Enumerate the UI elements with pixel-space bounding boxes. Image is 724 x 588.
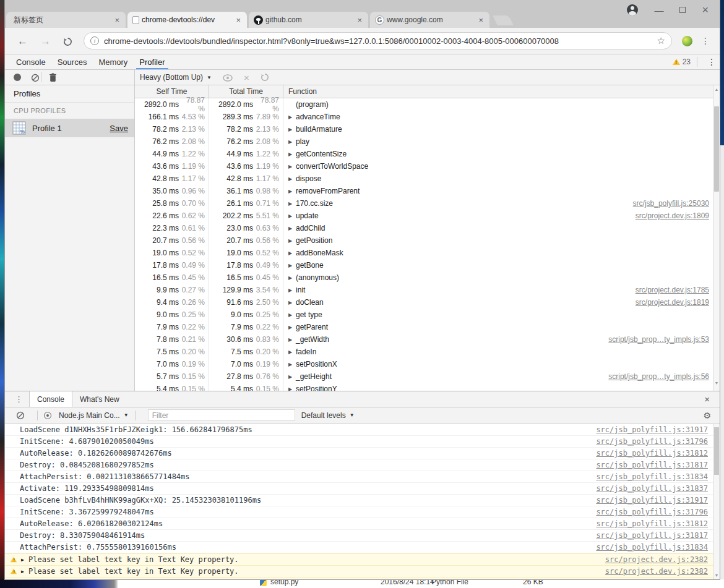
expand-arrow-icon[interactable]: ▶ <box>288 151 296 157</box>
back-icon[interactable]: ← <box>11 36 34 46</box>
source-link[interactable]: src/project.dev.js:1819 <box>632 296 709 309</box>
explorer-file-name[interactable]: setup.py <box>270 579 298 586</box>
expand-arrow-icon[interactable]: ▶ <box>288 386 296 391</box>
tab-close-icon[interactable]: × <box>113 15 121 25</box>
table-row[interactable]: 7.5 ms0.20 %7.5 ms0.20 %▶fadeIn <box>135 346 713 358</box>
table-row[interactable]: 2892.0 ms78.87 %2892.0 ms78.87 %(program… <box>135 98 713 111</box>
expand-arrow-icon[interactable]: ▶ <box>288 213 296 219</box>
bookmark-star-icon[interactable]: ☆ <box>657 35 665 46</box>
table-row[interactable]: 9.0 ms0.25 %9.0 ms0.25 %▶get type <box>135 309 713 321</box>
console-warning-row[interactable]: ▶Please set label text key in Text Key p… <box>5 565 713 577</box>
source-link[interactable]: src/project.dev.js:2382 <box>605 555 708 564</box>
filter-input[interactable] <box>148 409 295 421</box>
save-link[interactable]: Save <box>110 124 128 133</box>
source-link[interactable]: src/jsb_polyfill.js:31812 <box>596 449 708 458</box>
console-message-row[interactable]: InitScene: 3.367259979248047mssrc/jsb_po… <box>5 506 713 518</box>
drawer-tab-console[interactable]: Console <box>29 391 72 407</box>
source-link[interactable]: src/jsb_polyfill.js:31817 <box>596 461 708 469</box>
console-warning-row[interactable]: ▶Please set label text key in Text Key p… <box>5 577 713 579</box>
clear-profiles-icon[interactable] <box>31 72 40 83</box>
scrollbar-thumb[interactable] <box>714 106 719 192</box>
page-info-icon[interactable]: i <box>90 36 99 45</box>
tab-devtools[interactable]: chrome-devtools://dev × <box>127 12 247 28</box>
tab-new-tab-page[interactable]: 新标签页 × <box>6 12 126 28</box>
exclude-icon[interactable]: × <box>244 72 249 83</box>
tab-sources[interactable]: Sources <box>57 54 88 69</box>
table-row[interactable]: 7.9 ms0.22 %7.9 ms0.22 %▶getParent <box>135 321 713 333</box>
expand-arrow-icon[interactable]: ▶ <box>21 557 28 563</box>
drawer-menu-icon[interactable]: ⋮ <box>5 391 29 407</box>
console-message-row[interactable]: LoadScene b3hfLvB4hHNK99agGKx+XQ: 25.145… <box>5 495 713 506</box>
expand-arrow-icon[interactable]: ▶ <box>288 288 296 293</box>
tab-google[interactable]: G www.google.com × <box>370 12 489 28</box>
console-message-row[interactable]: Destroy: 8.330759048461914mssrc/jsb_poly… <box>5 530 713 542</box>
expand-arrow-icon[interactable]: ▶ <box>288 349 296 355</box>
expand-arrow-icon[interactable]: ▶ <box>288 325 296 330</box>
table-row[interactable]: 43.6 ms1.19 %43.6 ms1.19 %▶convertToWorl… <box>135 160 713 173</box>
table-row[interactable]: 22.6 ms0.62 %202.2 ms5.51 %▶updatesrc/pr… <box>135 210 713 222</box>
expand-arrow-icon[interactable]: ▶ <box>288 374 296 380</box>
source-link[interactable]: script/jsb_prop…ty_impls.js:53 <box>605 333 709 346</box>
log-levels-dropdown[interactable]: Default levels ▼ <box>301 411 355 420</box>
source-link[interactable]: src/jsb_polyfill.js:31837 <box>596 484 708 493</box>
address-bar[interactable]: i chrome-devtools://devtools/bundled/ins… <box>84 32 672 49</box>
table-row[interactable]: 5.7 ms0.15 %27.8 ms0.76 %▶_getHeightscri… <box>135 370 713 383</box>
source-link[interactable]: src/project.dev.js:2382 <box>605 579 708 579</box>
console-message-row[interactable]: Activate: 119.29335498809814mssrc/jsb_po… <box>5 483 713 495</box>
source-link[interactable]: src/project.dev.js:1785 <box>632 284 709 296</box>
drawer-tab-whats-new[interactable]: What's New <box>72 391 127 407</box>
profile-icon[interactable] <box>627 4 638 15</box>
expand-arrow-icon[interactable]: ▶ <box>288 275 296 281</box>
source-link[interactable]: src/jsb_polyfill.js:31796 <box>596 508 708 516</box>
scrollbar-thumb[interactable] <box>714 427 719 475</box>
table-row[interactable]: 76.2 ms2.08 %76.2 ms2.08 %▶play <box>135 135 713 148</box>
column-header-function[interactable]: Function <box>283 85 713 98</box>
scroll-up-icon[interactable]: ▲ <box>713 87 720 92</box>
console-warning-row[interactable]: ▶Please set label text key in Text Key p… <box>5 553 713 565</box>
devtools-menu-icon[interactable]: ⋮ <box>704 57 720 67</box>
table-row[interactable]: 35.0 ms0.96 %36.1 ms0.98 %▶removeFromPar… <box>135 185 713 197</box>
console-scrollbar[interactable]: ▼ <box>713 424 720 579</box>
table-row[interactable]: 25.8 ms0.70 %26.1 ms0.71 %▶170.cc.sizesr… <box>135 197 713 210</box>
source-link[interactable]: src/project.dev.js:2382 <box>605 567 708 576</box>
console-message-row[interactable]: Destroy: 0.08452081680297852mssrc/jsb_po… <box>5 459 713 471</box>
expand-arrow-icon[interactable]: ▶ <box>288 238 296 244</box>
console-message-row[interactable]: AutoRelease: 6.020618200302124mssrc/jsb_… <box>5 518 713 530</box>
expand-arrow-icon[interactable]: ▶ <box>288 250 296 256</box>
record-icon[interactable] <box>14 74 21 81</box>
expand-arrow-icon[interactable]: ▶ <box>288 300 296 305</box>
table-row[interactable]: 42.8 ms1.17 %42.8 ms1.17 %▶dispose <box>135 173 713 185</box>
close-drawer-icon[interactable]: × <box>694 391 720 407</box>
tab-close-icon[interactable]: × <box>356 15 363 25</box>
expand-arrow-icon[interactable]: ▶ <box>288 226 296 231</box>
expand-arrow-icon[interactable]: ▶ <box>288 201 296 207</box>
source-link[interactable]: src/jsb_polyfill.js:31796 <box>596 437 708 446</box>
source-link[interactable]: script/jsb_prop…ty_impls.js:56 <box>605 370 709 383</box>
table-row[interactable]: 17.8 ms0.49 %17.8 ms0.49 %▶getBone <box>135 259 713 271</box>
expand-arrow-icon[interactable]: ▶ <box>288 189 296 194</box>
view-mode-dropdown[interactable]: Heavy (Bottom Up) ▼ <box>140 73 212 82</box>
forward-icon[interactable]: → <box>34 36 57 46</box>
close-window-button[interactable]: × <box>702 4 709 15</box>
restore-icon[interactable] <box>261 73 269 82</box>
reload-icon[interactable] <box>57 35 79 46</box>
warning-badge[interactable]: 23 <box>673 58 691 66</box>
tab-close-icon[interactable]: × <box>235 15 242 25</box>
table-row[interactable]: 7.0 ms0.19 %7.0 ms0.19 %▶setPositionX <box>135 358 713 370</box>
table-row[interactable]: 20.7 ms0.56 %20.7 ms0.56 %▶getPosition <box>135 234 713 247</box>
extension-icon[interactable] <box>682 36 692 46</box>
source-link[interactable]: src/project.dev.js:1809 <box>632 210 709 222</box>
source-link[interactable]: src/jsb_polyfill.js:31834 <box>596 543 708 552</box>
table-row[interactable]: 9.9 ms0.27 %129.9 ms3.54 %▶initsrc/proje… <box>135 284 713 296</box>
tab-profiler[interactable]: Profiler <box>139 54 165 69</box>
console-message-row[interactable]: AttachPersist: 0.7555580139160156mssrc/j… <box>5 542 713 553</box>
tab-close-icon[interactable]: × <box>477 15 485 25</box>
table-row[interactable]: 5.4 ms0.15 %5.4 ms0.15 %▶setPositionY <box>135 383 713 391</box>
maximize-button[interactable] <box>679 7 686 13</box>
table-row[interactable]: 78.2 ms2.13 %78.2 ms2.13 %▶buildArmature <box>135 123 713 135</box>
source-link[interactable]: src/jsb_polyfill.js:31812 <box>596 519 708 528</box>
expand-arrow-icon[interactable]: ▶ <box>288 139 296 145</box>
console-message-row[interactable]: LoadScene d1NHXHs35F1rbFJZKeigk1: 156.66… <box>5 424 713 436</box>
console-message-row[interactable]: AutoRelease: 0.18262600898742676mssrc/js… <box>5 448 713 459</box>
source-link[interactable]: src/jsb_polyfill.js:31834 <box>596 472 708 481</box>
